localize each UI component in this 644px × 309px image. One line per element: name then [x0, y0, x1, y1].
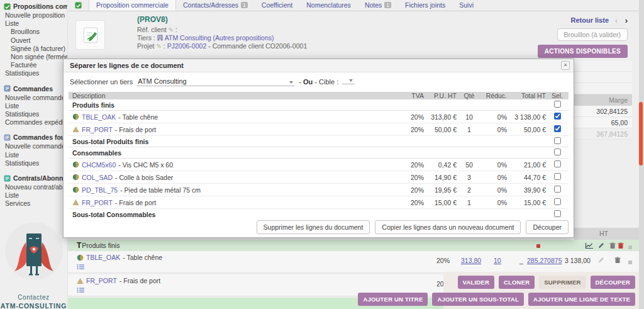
- modal-button-supprimer-les-lignes-du-document[interactable]: Supprimer les lignes du document: [257, 220, 370, 234]
- edit-pencil-icon[interactable]: [597, 257, 604, 265]
- contact-block[interactable]: Contactez ATM-CONSULTING: [1, 294, 67, 309]
- product-ref-link[interactable]: FR_PORT: [82, 199, 113, 206]
- product-ref-link[interactable]: TBLE_OAK: [82, 113, 116, 121]
- sidebar-section-commandes-fourniss-[interactable]: Commandes fourniss...: [0, 132, 67, 142]
- sidebar-item-brouillons[interactable]: Brouillons: [0, 28, 67, 36]
- action-button-cloner[interactable]: CLONER: [499, 276, 535, 289]
- cell-total: 39,90 €: [507, 186, 546, 194]
- edit-pencil-icon[interactable]: ✎: [169, 26, 174, 33]
- sidebar-item-services[interactable]: Services: [0, 199, 67, 208]
- select-line-checkbox[interactable]: [554, 125, 561, 132]
- action-buttons-card: VALIDERCLONERSUPPRIMERDÉCOUPER AJOUTER U…: [443, 272, 639, 309]
- tab-suivi[interactable]: Suivi: [452, 0, 480, 11]
- cell-unit-price[interactable]: 313,80: [461, 257, 481, 264]
- select-line-checkbox[interactable]: [554, 113, 561, 120]
- margin-chart-icon[interactable]: [585, 242, 594, 250]
- select-line-checkbox[interactable]: [554, 198, 561, 205]
- drag-handle-icon[interactable]: [628, 244, 633, 251]
- product-ref-link[interactable]: CHCM5x60: [82, 161, 116, 169]
- sidebar-item-non-sign-e-ferm-e-[interactable]: Non signée (fermée): [0, 53, 67, 61]
- sidebar-item-nouveau-contrat-abonn-[interactable]: Nouveau contrat/abonn.: [0, 183, 67, 191]
- select-line-checkbox[interactable]: [554, 186, 561, 193]
- sidebar-item-statistiques[interactable]: Statistiques: [0, 159, 67, 167]
- table-row: TBLE_OAK- Table chêne20%313,80 €100%3 13…: [69, 111, 569, 123]
- scrollbar-thumb[interactable]: [639, 102, 643, 166]
- sidebar-item-factur-e[interactable]: Facturée: [0, 61, 67, 69]
- modal-button-copier-les-lignes-dans-un-nouveau-document[interactable]: Copier les lignes dans un nouveau docume…: [375, 220, 521, 234]
- close-icon[interactable]: ✕: [561, 61, 570, 70]
- sidebar-item-nouvelle-proposition[interactable]: Nouvelle proposition: [0, 11, 67, 20]
- sidebar-section-propositions-comme-[interactable]: Propositions comme...: [0, 1, 67, 11]
- product-ref-link[interactable]: COL_SAD: [82, 174, 113, 181]
- modal-button-d-couper[interactable]: Découper: [526, 220, 569, 234]
- tab-label: Suivi: [459, 1, 474, 9]
- table-row: Produits finis: [69, 99, 569, 111]
- bg-table-row: [574, 60, 632, 72]
- cell-tva: 20%: [394, 126, 424, 133]
- select-line-checkbox[interactable]: [554, 160, 561, 167]
- next-record-icon[interactable]: ›: [625, 16, 628, 25]
- product-ref-link[interactable]: FR_PORT: [86, 277, 117, 284]
- product-ref-link[interactable]: FR_PORT: [82, 126, 113, 133]
- sidebar-item-commandes-exp-diables[interactable]: Commandes expédiables: [0, 118, 67, 126]
- edit-pencil-icon[interactable]: [597, 242, 604, 250]
- tab-proposition-commerciale[interactable]: Proposition commerciale: [89, 0, 176, 11]
- cell-qty[interactable]: 10: [494, 257, 501, 264]
- product-icon: [77, 254, 84, 261]
- sidebar-item-statistiques[interactable]: Statistiques: [0, 69, 67, 77]
- tab-document-icon[interactable]: [68, 0, 89, 11]
- select-line-checkbox[interactable]: [554, 210, 561, 217]
- action-button-ajouter-une-ligne-de-texte[interactable]: AJOUTER UNE LIGNE DE TEXTE: [528, 293, 635, 306]
- sidebar-item-nouvelle-commande[interactable]: Nouvelle commande: [0, 94, 67, 102]
- sidebar-item-liste[interactable]: Liste: [0, 20, 67, 28]
- tab-fichiers-joints[interactable]: Fichiers joints: [398, 0, 452, 11]
- cell-buy-price[interactable]: 285,270875: [527, 257, 562, 264]
- select-line-checkbox[interactable]: [554, 173, 561, 180]
- action-button-supprimer[interactable]: SUPPRIMER: [539, 276, 586, 289]
- drag-handle-icon[interactable]: [628, 259, 633, 266]
- cell-select: [546, 149, 569, 157]
- tiers-select[interactable]: ATM Consulting: [136, 77, 295, 86]
- select-line-checkbox[interactable]: [554, 137, 561, 144]
- action-button-valider[interactable]: VALIDER: [458, 276, 494, 289]
- sidebar-item-liste[interactable]: Liste: [0, 102, 67, 110]
- product-icon: [72, 113, 79, 120]
- select-line-checkbox[interactable]: [554, 101, 561, 108]
- tab-coefficient[interactable]: Coefficient: [255, 0, 299, 11]
- sidebar-item-sign-e-facturer-[interactable]: Signée (à facturer): [0, 45, 67, 53]
- delete-trash-icon[interactable]: [614, 257, 621, 265]
- sidebar-section-commandes[interactable]: Commandes: [0, 84, 67, 94]
- sidebar-item-nouvelle-commande[interactable]: Nouvelle commande: [0, 142, 67, 150]
- title-glyph: T: [77, 241, 81, 250]
- delete-trash-icon[interactable]: [609, 242, 616, 250]
- action-button-ajouter-un-sous-total[interactable]: AJOUTER UN SOUS-TOTAL: [432, 293, 523, 306]
- action-button-ajouter-un-titre[interactable]: AJOUTER UN TITRE: [358, 293, 428, 306]
- sidebar-item-statistiques[interactable]: Statistiques: [0, 110, 67, 118]
- delete-all-trash-icon[interactable]: [618, 242, 624, 250]
- group-title-label: Produits finis: [82, 242, 119, 249]
- edit-pencil-icon[interactable]: ✎: [156, 43, 161, 50]
- select-line-checkbox[interactable]: [554, 149, 561, 155]
- sidebar-item-ouvert[interactable]: Ouvert: [0, 37, 67, 45]
- product-ref-link[interactable]: PD_TBL_75: [82, 186, 118, 194]
- back-to-list-link[interactable]: Retour liste: [570, 16, 609, 24]
- line-details-icon[interactable]: [77, 287, 84, 295]
- projet-colon: :: [164, 42, 165, 50]
- tab-contacts-adresses[interactable]: Contacts/Adresses1: [176, 0, 255, 11]
- contact-company: ATM-CONSULTING: [1, 302, 67, 309]
- tab-notes[interactable]: Notes1: [358, 0, 398, 11]
- cell-select: [546, 186, 569, 194]
- sidebar-item-liste[interactable]: Liste: [0, 191, 67, 199]
- available-actions-button[interactable]: ACTIONS DISPONIBLES: [538, 45, 628, 58]
- target-select[interactable]: [342, 79, 355, 84]
- product-ref-link[interactable]: TBLE_OAK: [86, 254, 120, 261]
- tiers-link[interactable]: ATM Consulting (Autres propositions): [165, 34, 274, 42]
- line-details-icon[interactable]: [77, 264, 84, 271]
- sidebar-section-contrats-abonnements[interactable]: Contrats/Abonnements: [0, 173, 67, 183]
- projet-link[interactable]: PJ2006-0002: [167, 42, 206, 50]
- status-badge: Brouillon (à valider): [557, 28, 628, 41]
- action-button-d-couper[interactable]: DÉCOUPER: [591, 276, 635, 289]
- marge-total-value: 367,84125: [574, 128, 632, 140]
- tab-nomenclatures[interactable]: Nomenclatures: [299, 0, 358, 11]
- sidebar-item-liste[interactable]: Liste: [0, 151, 67, 159]
